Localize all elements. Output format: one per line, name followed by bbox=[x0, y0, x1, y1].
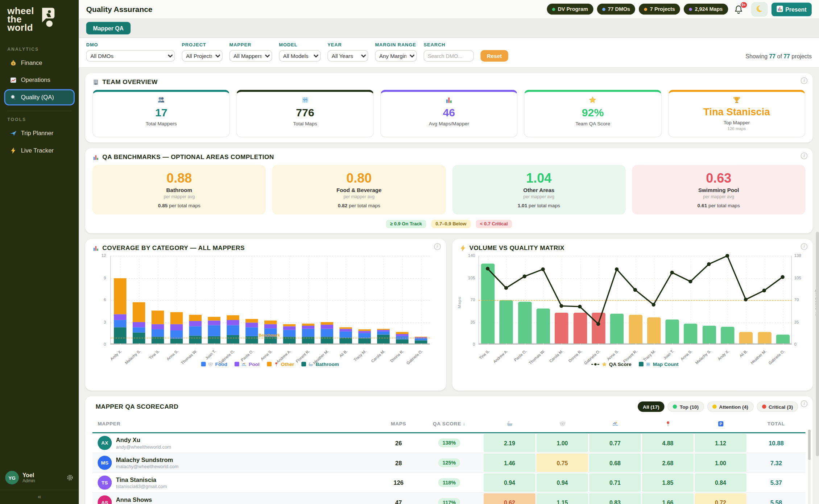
theme-toggle-button[interactable] bbox=[751, 2, 768, 16]
scorecard-filter-all-17-[interactable]: All (17) bbox=[638, 401, 665, 412]
sidebar-item-quality-qa-[interactable]: Quality (QA) bbox=[4, 89, 75, 105]
team-card-label: Total Maps bbox=[240, 121, 370, 126]
bar-segment-pool bbox=[133, 322, 145, 327]
right-axis-tick: 35 bbox=[794, 320, 799, 324]
mapper-name: Anna Shows bbox=[116, 496, 186, 504]
legend-item-other[interactable]: Other bbox=[267, 361, 294, 367]
info-icon[interactable]: i bbox=[801, 400, 808, 407]
mapper-name: Tina Staniscia bbox=[116, 476, 167, 484]
present-chart-icon bbox=[777, 5, 783, 13]
sidebar-item-label: Live Tracker bbox=[21, 147, 54, 153]
benchmark-name: Food & Beverage bbox=[276, 187, 442, 193]
badge-label: 2,924 Maps bbox=[695, 6, 723, 12]
y-axis-tick: 12 bbox=[92, 253, 106, 258]
team-card-label: Total Mappers bbox=[96, 121, 226, 126]
scorecard-filter-top-10-[interactable]: Top (10) bbox=[668, 401, 704, 412]
category-value: 1.15 bbox=[537, 493, 588, 504]
legend-item-pool[interactable]: Pool bbox=[235, 361, 260, 367]
stat-badge: 7 Projects bbox=[639, 4, 681, 14]
bar-segment-bathroom bbox=[245, 336, 258, 343]
bar-segment-food bbox=[152, 330, 164, 337]
sidebar-item-operations[interactable]: Operations bbox=[4, 72, 75, 88]
info-icon[interactable]: i bbox=[434, 243, 440, 250]
total-cell: 7.32 bbox=[747, 453, 805, 472]
sidebar-item-trip-planner[interactable]: Trip Planner bbox=[4, 125, 75, 141]
legend-item-bathroom[interactable]: Bathroom bbox=[301, 361, 339, 367]
present-button[interactable]: Present bbox=[771, 2, 811, 16]
bar-segment-other bbox=[170, 312, 183, 324]
table-row[interactable]: AXAndy Xuandy@wheeltheworld.com26138%2.1… bbox=[92, 433, 806, 453]
table-row[interactable]: TSTina Stanisciatstaniscia63@gmail.com12… bbox=[92, 473, 806, 493]
category-value: 0.77 bbox=[589, 434, 641, 452]
mapper-select[interactable]: All Mappers bbox=[229, 50, 272, 62]
mapper-email: malachy@wheeltheworld.com bbox=[116, 464, 178, 469]
category-value: 0.94 bbox=[537, 474, 588, 492]
qa-score-pill: 118% bbox=[438, 478, 460, 487]
gear-icon[interactable] bbox=[66, 474, 74, 481]
parking-icon: P bbox=[694, 417, 747, 432]
plate-icon bbox=[208, 362, 213, 367]
v-gridline bbox=[402, 256, 402, 345]
badge-label: 77 DMOs bbox=[608, 6, 630, 12]
right-axis-tick: 105 bbox=[794, 275, 801, 280]
table-row[interactable]: ASAnna Showsanna.shows@wheeltheworld.com… bbox=[92, 493, 806, 504]
sidebar-item-label: Operations bbox=[21, 77, 50, 83]
reset-button[interactable]: Reset bbox=[480, 50, 508, 62]
search-input[interactable] bbox=[423, 50, 473, 62]
team-card-value: 776 bbox=[240, 107, 370, 119]
bar-segment-other bbox=[302, 324, 315, 326]
header-badges: DV Program77 DMOs7 Projects2,924 Maps bbox=[547, 4, 728, 14]
project-select[interactable]: All Projects bbox=[182, 50, 222, 62]
table-scrollbar[interactable] bbox=[808, 430, 811, 504]
total-cell: 10.88 bbox=[747, 433, 805, 453]
legend-label: Other bbox=[281, 361, 294, 367]
category-value-cell: 0.84 bbox=[694, 473, 747, 492]
showing-total: 77 bbox=[783, 53, 790, 59]
left-axis-tick: 140 bbox=[459, 253, 475, 258]
legend-item-food[interactable]: Food bbox=[201, 361, 227, 367]
mapper-identity: Malachy Sundstrommalachy@wheeltheworld.c… bbox=[116, 457, 178, 469]
dmo-select[interactable]: All DMOs bbox=[86, 50, 175, 62]
page-scrollbar[interactable] bbox=[816, 21, 819, 504]
sidebar-item-live-tracker[interactable]: Live Tracker bbox=[4, 142, 75, 159]
sidebar-item-finance[interactable]: $Finance bbox=[4, 55, 75, 71]
table-body: AXAndy Xuandy@wheeltheworld.com26138%2.1… bbox=[92, 433, 806, 504]
legend-pill: ≥ 0.9 On Track bbox=[386, 220, 426, 228]
stat-badge: 77 DMOs bbox=[597, 4, 635, 14]
info-icon[interactable]: i bbox=[801, 77, 808, 84]
scorecard-filter-critical-3-[interactable]: Critical (3) bbox=[757, 401, 798, 412]
magnifier-icon bbox=[10, 94, 17, 101]
team-overview-section: TEAM OVERVIEW i 17Total Mappers776Total … bbox=[85, 73, 813, 143]
table-row[interactable]: MSMalachy Sundstrommalachy@wheeltheworld… bbox=[92, 453, 806, 473]
margin-range-select[interactable]: Any Margin bbox=[375, 50, 417, 62]
info-icon[interactable]: i bbox=[801, 243, 808, 250]
building-icon bbox=[92, 79, 99, 86]
info-icon[interactable]: i bbox=[801, 153, 808, 159]
year-select[interactable]: All Years bbox=[327, 50, 368, 62]
model-select[interactable]: All Models bbox=[279, 50, 320, 62]
legend-item-map-count[interactable]: Map Count bbox=[639, 361, 679, 367]
sidebar-collapse-button[interactable]: « bbox=[0, 490, 79, 504]
star-icon bbox=[528, 96, 658, 106]
coverage-chart-card: COVERAGE BY CATEGORY — ALL MAPPERS i 036… bbox=[85, 239, 446, 391]
bar-segment-pool bbox=[245, 323, 258, 327]
legend-item-qa-score[interactable]: QA Score bbox=[591, 361, 632, 367]
benchmark-card: 0.63Swimming Poolper mapper avg0.61 per … bbox=[632, 165, 806, 214]
scorecard-filter-attention-4-[interactable]: Attention (4) bbox=[707, 401, 753, 412]
team-overview-header: TEAM OVERVIEW bbox=[92, 78, 806, 86]
avatar: AS bbox=[98, 495, 112, 504]
stacked-bar bbox=[170, 312, 183, 343]
bar-segment-other bbox=[264, 321, 277, 324]
user-text: Yoel Admin bbox=[22, 472, 35, 483]
category-value-cell: 4.88 bbox=[641, 433, 694, 453]
tab-mapper-qa[interactable]: Mapper QA bbox=[86, 22, 131, 35]
showing-current: 77 bbox=[769, 53, 776, 59]
user-profile[interactable]: YG Yoel Admin bbox=[0, 466, 79, 490]
benchmark-total: 1.01 per total maps bbox=[456, 203, 621, 208]
bar-segment-food bbox=[208, 325, 220, 336]
notifications-button[interactable]: 9+ bbox=[734, 3, 745, 15]
benchmark-value: 0.63 bbox=[636, 171, 801, 186]
benchmark-card: 0.88Bathroomper mapper avg0.85 per total… bbox=[92, 165, 266, 214]
category-value-cell: 1.85 bbox=[641, 473, 694, 492]
moon-icon bbox=[755, 4, 763, 14]
